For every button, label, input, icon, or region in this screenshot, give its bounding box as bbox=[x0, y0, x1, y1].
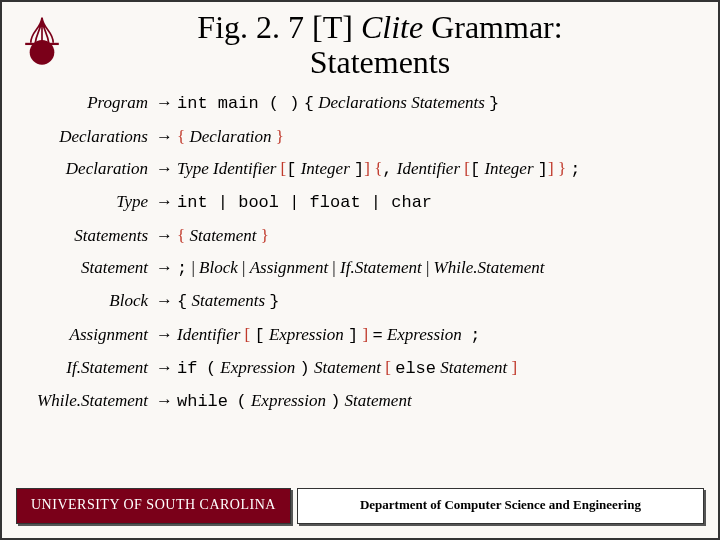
arrow-icon: → bbox=[152, 156, 177, 182]
rhs: ; | Block | Assignment | If.Statement | … bbox=[177, 255, 690, 282]
grammar-rules: Program → int main ( ) { Declarations St… bbox=[2, 90, 718, 415]
rhs: if ( Expression ) Statement [ else State… bbox=[177, 355, 690, 382]
footer-department: Department of Computer Science and Engin… bbox=[297, 488, 704, 524]
slide-title: Fig. 2. 7 [T] Clite Grammar: Statements bbox=[2, 10, 718, 80]
rhs: int | bool | float | char bbox=[177, 190, 690, 216]
rule-statements: Statements → { Statement } bbox=[30, 223, 690, 249]
rhs: { Declaration } bbox=[177, 124, 690, 150]
lhs: Type bbox=[30, 189, 152, 215]
rule-type: Type → int | bool | float | char bbox=[30, 189, 690, 216]
rhs: while ( Expression ) Statement bbox=[177, 388, 690, 415]
arrow-icon: → bbox=[152, 189, 177, 215]
slide-footer: UNIVERSITY OF SOUTH CAROLINA Department … bbox=[16, 488, 704, 524]
lhs: Statement bbox=[30, 255, 152, 281]
rhs: Type Identifier [[ Integer ]] {, Identif… bbox=[177, 156, 690, 183]
footer-university: UNIVERSITY OF SOUTH CAROLINA bbox=[16, 488, 291, 524]
lhs: Statements bbox=[30, 223, 152, 249]
arrow-icon: → bbox=[152, 223, 177, 249]
arrow-icon: → bbox=[152, 255, 177, 281]
slide-container: Fig. 2. 7 [T] Clite Grammar: Statements … bbox=[0, 0, 720, 540]
rule-whilestatement: While.Statement → while ( Expression ) S… bbox=[30, 388, 690, 415]
rule-declarations: Declarations → { Declaration } bbox=[30, 124, 690, 150]
title-prefix: Fig. 2. 7 [T] bbox=[197, 9, 361, 45]
arrow-icon: → bbox=[152, 288, 177, 314]
rhs: Identifier [ [ Expression ] ] = Expressi… bbox=[177, 322, 690, 349]
rule-assignment: Assignment → Identifier [ [ Expression ]… bbox=[30, 322, 690, 349]
lhs: While.Statement bbox=[30, 388, 152, 414]
lhs: Declarations bbox=[30, 124, 152, 150]
lhs: Block bbox=[30, 288, 152, 314]
rule-ifstatement: If.Statement → if ( Expression ) Stateme… bbox=[30, 355, 690, 382]
lhs: Assignment bbox=[30, 322, 152, 348]
title-suffix: Grammar: bbox=[423, 9, 563, 45]
svg-rect-1 bbox=[25, 43, 59, 45]
rule-statement: Statement → ; | Block | Assignment | If.… bbox=[30, 255, 690, 282]
arrow-icon: → bbox=[152, 90, 177, 116]
arrow-icon: → bbox=[152, 322, 177, 348]
arrow-icon: → bbox=[152, 124, 177, 150]
arrow-icon: → bbox=[152, 355, 177, 381]
rhs: { Statement } bbox=[177, 223, 690, 249]
university-logo-icon bbox=[14, 12, 70, 68]
rule-declaration: Declaration → Type Identifier [[ Integer… bbox=[30, 156, 690, 183]
rhs: { Statements } bbox=[177, 288, 690, 315]
rhs: int main ( ) { Declarations Statements } bbox=[177, 90, 690, 117]
lhs: If.Statement bbox=[30, 355, 152, 381]
lhs: Declaration bbox=[30, 156, 152, 182]
title-italic: Clite bbox=[361, 9, 423, 45]
rule-program: Program → int main ( ) { Declarations St… bbox=[30, 90, 690, 117]
lhs: Program bbox=[30, 90, 152, 116]
title-line2: Statements bbox=[310, 44, 450, 80]
arrow-icon: → bbox=[152, 388, 177, 414]
rule-block: Block → { Statements } bbox=[30, 288, 690, 315]
